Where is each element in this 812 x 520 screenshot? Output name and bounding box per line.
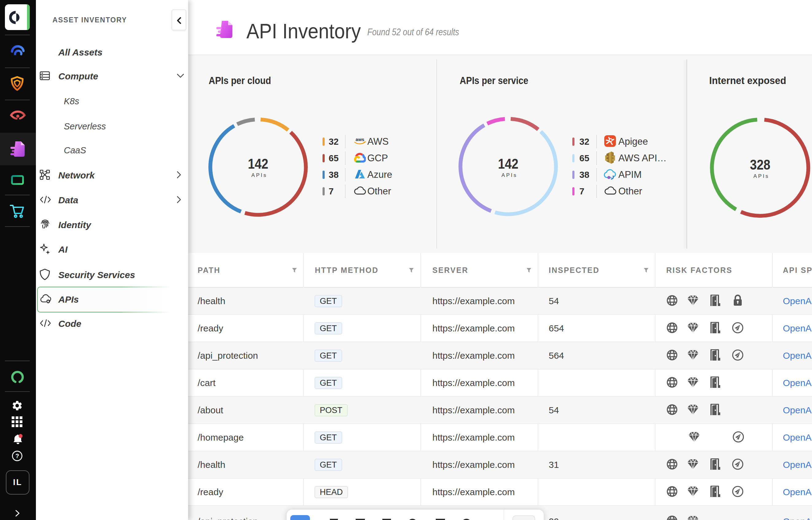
- svg-text:aws: aws: [356, 137, 364, 142]
- svg-text:?: ?: [15, 452, 19, 459]
